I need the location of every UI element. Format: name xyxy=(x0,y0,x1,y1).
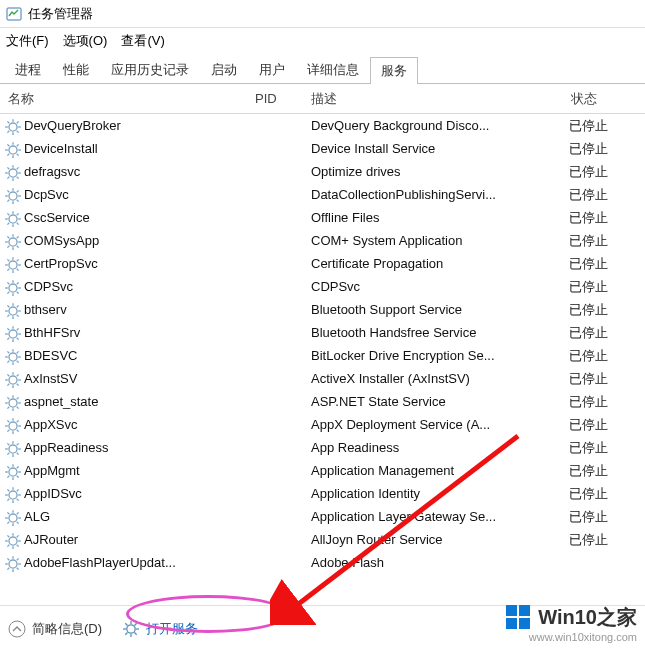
service-name: ALG xyxy=(24,509,255,524)
tab-details[interactable]: 详细信息 xyxy=(296,56,370,83)
service-status: 已停止 xyxy=(563,209,645,227)
table-row[interactable]: DcpSvcDataCollectionPublishingServi...已停… xyxy=(0,183,645,206)
service-status: 已停止 xyxy=(563,301,645,319)
table-row[interactable]: AJRouterAllJoyn Router Service已停止 xyxy=(0,528,645,551)
chevron-up-icon[interactable] xyxy=(8,620,26,638)
service-desc: DataCollectionPublishingServi... xyxy=(305,187,563,202)
table-row[interactable]: COMSysAppCOM+ System Application已停止 xyxy=(0,229,645,252)
svg-point-1 xyxy=(9,122,17,130)
svg-line-108 xyxy=(17,374,19,376)
tab-services[interactable]: 服务 xyxy=(370,57,418,84)
svg-line-18 xyxy=(17,144,19,146)
table-row[interactable]: AppReadinessApp Readiness已停止 xyxy=(0,436,645,459)
svg-line-26 xyxy=(7,176,9,178)
svg-line-62 xyxy=(7,268,9,270)
table-row[interactable]: AppIDSvcApplication Identity已停止 xyxy=(0,482,645,505)
table-row[interactable]: BDESVCBitLocker Drive Encryption Se...已停… xyxy=(0,344,645,367)
table-row[interactable]: defragsvcOptimize drives已停止 xyxy=(0,160,645,183)
service-gear-icon xyxy=(4,279,22,295)
service-gear-icon xyxy=(4,187,22,203)
tab-startup[interactable]: 启动 xyxy=(200,56,248,83)
menu-options[interactable]: 选项(O) xyxy=(63,32,108,50)
tab-apphistory[interactable]: 应用历史记录 xyxy=(100,56,200,83)
service-gear-icon xyxy=(4,302,22,318)
table-row[interactable]: AppXSvcAppX Deployment Service (A...已停止 xyxy=(0,413,645,436)
table-row[interactable]: ALGApplication Layer Gateway Se...已停止 xyxy=(0,505,645,528)
service-name: BthHFSrv xyxy=(24,325,255,340)
service-name: aspnet_state xyxy=(24,394,255,409)
tab-processes[interactable]: 进程 xyxy=(4,56,52,83)
tab-performance[interactable]: 性能 xyxy=(52,56,100,83)
svg-line-190 xyxy=(135,623,137,625)
column-headers: 名称 PID 描述 状态 xyxy=(0,84,645,114)
service-desc: Device Install Service xyxy=(305,141,563,156)
svg-line-152 xyxy=(7,498,9,500)
svg-line-90 xyxy=(17,328,19,330)
service-desc: AppX Deployment Service (A... xyxy=(305,417,563,432)
service-status: 已停止 xyxy=(563,255,645,273)
open-services-label: 打开服务 xyxy=(146,620,198,638)
table-row[interactable]: AxInstSVActiveX Installer (AxInstSV)已停止 xyxy=(0,367,645,390)
fewer-details-link[interactable]: 简略信息(D) xyxy=(32,620,102,638)
svg-line-115 xyxy=(17,406,19,408)
service-status: 已停止 xyxy=(563,393,645,411)
table-row[interactable]: CDPSvcCDPSvc已停止 xyxy=(0,275,645,298)
column-desc[interactable]: 描述 xyxy=(305,90,565,108)
column-name[interactable]: 名称 xyxy=(0,90,255,108)
service-name: BDESVC xyxy=(24,348,255,363)
service-gear-icon xyxy=(4,256,22,272)
svg-line-162 xyxy=(17,512,19,514)
column-status[interactable]: 状态 xyxy=(565,90,645,108)
menu-file[interactable]: 文件(F) xyxy=(6,32,49,50)
svg-point-19 xyxy=(9,168,17,176)
svg-line-177 xyxy=(7,558,9,560)
tab-users[interactable]: 用户 xyxy=(248,56,296,83)
service-gear-icon xyxy=(4,440,22,456)
service-status: 已停止 xyxy=(563,416,645,434)
svg-line-88 xyxy=(17,337,19,339)
tab-strip: 进程 性能 应用历史记录 启动 用户 详细信息 服务 xyxy=(0,54,645,84)
svg-line-135 xyxy=(17,443,19,445)
gear-icon xyxy=(122,620,140,638)
service-name: AppReadiness xyxy=(24,440,255,455)
table-row[interactable]: AdobeFlashPlayerUpdat...Adobe Flash xyxy=(0,551,645,574)
svg-point-154 xyxy=(9,513,17,521)
svg-line-159 xyxy=(7,512,9,514)
svg-line-142 xyxy=(17,475,19,477)
svg-line-24 xyxy=(7,167,9,169)
svg-point-10 xyxy=(9,145,17,153)
svg-line-161 xyxy=(7,521,9,523)
table-row[interactable]: DevQueryBrokerDevQuery Background Disco.… xyxy=(0,114,645,137)
svg-line-143 xyxy=(7,475,9,477)
table-row[interactable]: aspnet_stateASP.NET State Service已停止 xyxy=(0,390,645,413)
svg-point-181 xyxy=(9,621,25,637)
service-status: 已停止 xyxy=(563,462,645,480)
svg-point-28 xyxy=(9,191,17,199)
svg-line-114 xyxy=(7,397,9,399)
service-name: CertPropSvc xyxy=(24,256,255,271)
table-row[interactable]: DeviceInstallDevice Install Service已停止 xyxy=(0,137,645,160)
svg-line-189 xyxy=(125,632,127,634)
service-desc: Adobe Flash xyxy=(305,555,563,570)
table-row[interactable]: CscServiceOffline Files已停止 xyxy=(0,206,645,229)
column-pid[interactable]: PID xyxy=(255,91,305,106)
table-row[interactable]: bthservBluetooth Support Service已停止 xyxy=(0,298,645,321)
open-services-link[interactable]: 打开服务 xyxy=(116,616,210,642)
service-name: DevQueryBroker xyxy=(24,118,255,133)
service-name: COMSysApp xyxy=(24,233,255,248)
svg-line-69 xyxy=(7,282,9,284)
svg-line-44 xyxy=(7,222,9,224)
table-row[interactable]: BthHFSrvBluetooth Handsfree Service已停止 xyxy=(0,321,645,344)
svg-point-109 xyxy=(9,398,17,406)
service-name: DeviceInstall xyxy=(24,141,255,156)
service-status: 已停止 xyxy=(563,324,645,342)
service-desc: Optimize drives xyxy=(305,164,563,179)
menu-view[interactable]: 查看(V) xyxy=(121,32,164,50)
service-status: 已停止 xyxy=(563,186,645,204)
svg-line-42 xyxy=(7,213,9,215)
footer-bar: 简略信息(D) 打开服务 xyxy=(0,605,645,651)
table-row[interactable]: AppMgmtApplication Management已停止 xyxy=(0,459,645,482)
svg-line-187 xyxy=(125,623,127,625)
table-row[interactable]: CertPropSvcCertificate Propagation已停止 xyxy=(0,252,645,275)
svg-line-170 xyxy=(7,544,9,546)
